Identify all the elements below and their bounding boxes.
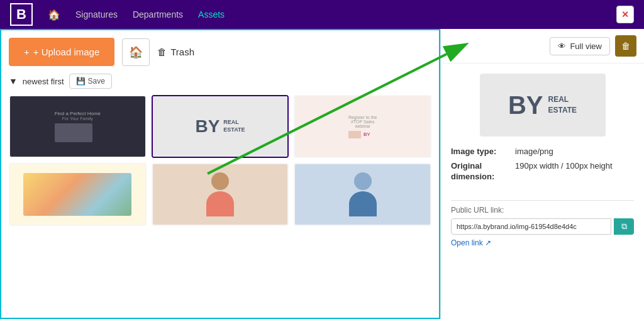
trash-button[interactable]: 🗑 Trash — [157, 47, 194, 57]
assets-panel: + + Upload image 🏠 🗑 Trash ▼ newest firs… — [0, 29, 440, 319]
full-view-label: Full view — [570, 42, 602, 51]
eye-icon: 👁 — [558, 42, 566, 51]
nav-signatures[interactable]: Signatures — [75, 9, 118, 20]
copy-icon: ⧉ — [621, 221, 627, 232]
right-toolbar: 👁 Full view 🗑 — [441, 29, 644, 64]
open-link-label: Open link ↗ — [451, 238, 491, 247]
url-section-label: Public URL link: — [451, 206, 634, 215]
divider — [451, 200, 634, 201]
nav-departments[interactable]: Departments — [133, 9, 183, 20]
navbar: B 🏠 Signatures Departments Assets ✕ — [0, 0, 644, 29]
image-cell-6[interactable] — [294, 163, 431, 226]
home-nav-icon[interactable]: 🏠 — [48, 9, 60, 21]
image-grid: Find a Perfect Home For Your Family BY R… — [9, 95, 431, 226]
filter-bar: ▼ newest first 💾 Save — [9, 74, 431, 89]
image-type-value: image/png — [515, 147, 553, 156]
assets-toolbar: + + Upload image 🏠 🗑 Trash — [9, 38, 431, 66]
person2-image — [349, 172, 377, 216]
trash-label: Trash — [170, 47, 194, 57]
home-icon: 🏠 — [129, 45, 143, 59]
delete-icon: 🗑 — [621, 41, 630, 51]
house-image-text: Find a Perfect Home For Your Family — [52, 108, 103, 145]
nav-assets[interactable]: Assets — [198, 9, 225, 20]
image-type-label: Image type: — [451, 147, 508, 156]
delete-button[interactable]: 🗑 — [615, 35, 636, 57]
brand-logo: B — [10, 3, 33, 26]
image-cell-3[interactable]: Register to the #TOP Sales webinar BY — [294, 95, 431, 158]
dimension-value: 190px width / 100px height — [515, 161, 613, 182]
image-cell-2[interactable]: BY REALESTATE — [152, 95, 289, 158]
dimension-row: Original dimension: 190px width / 100px … — [451, 161, 634, 182]
by-logo-small: BY REALESTATE — [195, 116, 245, 137]
close-button[interactable]: ✕ — [616, 6, 634, 23]
url-input-row: ⧉ — [451, 218, 634, 235]
dimension-label: Original dimension: — [451, 161, 508, 182]
url-input[interactable] — [451, 218, 611, 235]
main-layout: + + Upload image 🏠 🗑 Trash ▼ newest firs… — [0, 29, 644, 319]
url-section: Public URL link: ⧉ Open link ↗ — [441, 206, 644, 247]
person1-image — [206, 172, 234, 216]
save-icon: 💾 — [76, 77, 86, 86]
open-link[interactable]: Open link ↗ — [451, 238, 634, 247]
save-label: Save — [88, 77, 105, 86]
preview-container: BY REALESTATE — [441, 64, 644, 147]
image-cell-5[interactable] — [152, 163, 289, 226]
by-logo-large: BY REALESTATE — [508, 91, 577, 120]
webinar-image: Register to the #TOP Sales webinar BY — [348, 115, 377, 138]
trash-icon: 🗑 — [157, 47, 167, 57]
filter-icon: ▼ — [9, 76, 18, 86]
upload-image-button[interactable]: + + Upload image — [9, 38, 114, 66]
plus-icon: + — [24, 47, 30, 57]
image-cell-1[interactable]: Find a Perfect Home For Your Family — [9, 95, 147, 158]
map-image — [23, 173, 131, 215]
copy-url-button[interactable]: ⧉ — [614, 218, 634, 235]
full-view-button[interactable]: 👁 Full view — [550, 37, 610, 55]
preview-image: BY REALESTATE — [480, 74, 606, 137]
image-details: Image type: image/png Original dimension… — [441, 147, 644, 195]
save-button[interactable]: 💾 Save — [69, 74, 112, 89]
image-cell-4[interactable] — [9, 163, 147, 226]
filter-label[interactable]: newest first — [23, 77, 64, 86]
upload-label: + Upload image — [33, 47, 99, 57]
right-panel: 👁 Full view 🗑 BY REALESTATE Image type: … — [440, 29, 644, 319]
image-type-row: Image type: image/png — [451, 147, 634, 156]
home-button[interactable]: 🏠 — [122, 38, 150, 66]
